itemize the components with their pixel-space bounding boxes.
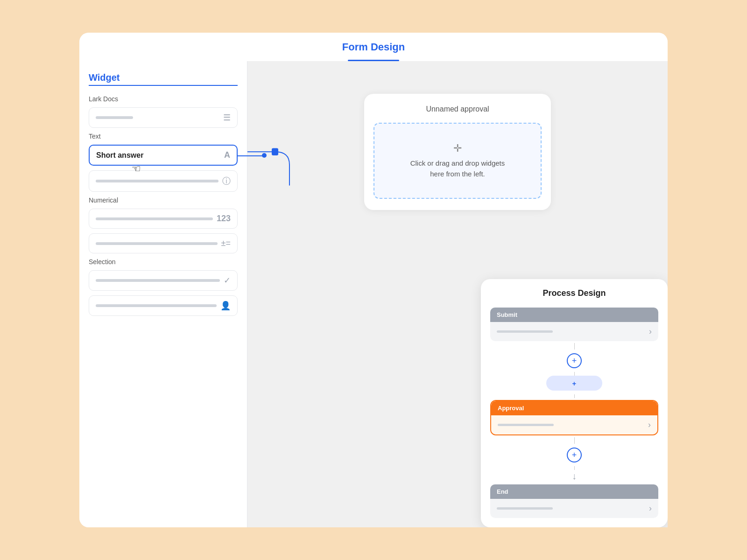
drop-zone-icon: ✛ [384,142,531,154]
lark-docs-icon: ☰ [223,112,231,123]
body-row: Widget Lark Docs ☰ Text Short answer A ☜ [79,61,668,527]
widget-bar [96,304,217,307]
widget-paragraph[interactable]: ⓘ [89,170,238,192]
widget-bar [96,116,133,119]
sidebar: Widget Lark Docs ☰ Text Short answer A ☜ [79,61,247,527]
select-icon: ✓ [224,275,231,286]
approval-header: Approval [491,401,657,415]
widget-lark-docs[interactable]: ☰ [89,107,238,128]
svg-point-0 [273,149,278,154]
widget-formula[interactable]: ±= [89,233,238,253]
process-node-submit[interactable]: Submit › [490,308,658,341]
widget-select[interactable]: ✓ [89,270,238,291]
add-connector-2: + ↓ [490,437,658,483]
main-container: Form Design Widget Lark Docs ☰ Text Shor… [79,33,668,527]
connector-line-1c [574,394,575,398]
drop-zone-text: Click or drag and drop widgetshere from … [384,158,531,179]
process-node-end[interactable]: End › [490,484,658,518]
process-flow: Submit › + + [490,308,658,518]
submit-header: Submit [490,308,658,322]
approval-chevron: › [648,420,651,430]
connector-line-2 [574,437,575,444]
section-lark-docs: Lark Docs [89,95,238,103]
center-area: Unnamed approval ✛ Click or drag and dro… [247,61,668,527]
member-icon: 👤 [220,301,231,311]
section-text: Text [89,133,238,140]
add-step-btn-1[interactable]: + [567,353,582,368]
paragraph-icon: ⓘ [222,175,231,187]
formula-icon: ±= [221,238,231,248]
svg-rect-1 [272,148,278,155]
short-answer-label: Short answer [96,151,143,160]
section-numerical: Numerical [89,196,238,204]
drop-zone[interactable]: ✛ Click or drag and drop widgetshere fro… [374,123,542,199]
number-icon: 123 [217,214,231,224]
submit-bars [497,330,553,333]
form-title: Unnamed approval [374,105,542,113]
arrow-down: ↓ [572,471,577,482]
sidebar-underline [89,85,238,86]
widget-member[interactable]: 👤 [89,295,238,316]
end-body: › [490,499,658,518]
short-answer-icon: A [224,150,230,160]
mini-bar [498,424,554,426]
mini-bar [497,507,553,510]
add-connector-1: + + [490,343,658,398]
submit-chevron: › [649,327,652,336]
process-node-approval[interactable]: Approval › [491,401,657,434]
add-step-btn-2[interactable]: + [567,448,582,462]
page-title: Form Design [79,41,668,60]
connector-line-1 [574,343,575,350]
submit-body: › [490,322,658,341]
widget-bar [96,217,213,220]
form-card: Unnamed approval ✛ Click or drag and dro… [364,94,551,210]
header-underline [348,60,399,61]
connector-line-1b [574,372,575,376]
process-title: Process Design [490,288,658,298]
add-wide-btn[interactable]: + [546,376,602,391]
end-header: End [490,484,658,499]
end-chevron: › [649,504,652,513]
sidebar-title: Widget [89,72,238,83]
widget-short-answer[interactable]: Short answer A ☜ [89,145,238,166]
widget-bar [96,180,218,182]
widget-bar [96,279,220,282]
widget-number[interactable]: 123 [89,209,238,229]
connector-line-2b [574,466,575,470]
process-node-approval-wrapper: Approval › [490,400,658,435]
header: Form Design [79,33,668,61]
process-panel: Process Design Submit › [481,279,668,527]
approval-bars [498,424,554,426]
end-bars [497,507,553,510]
widget-bar [96,242,218,245]
approval-body: › [491,415,657,434]
mini-bar [497,330,553,333]
section-selection: Selection [89,258,238,266]
